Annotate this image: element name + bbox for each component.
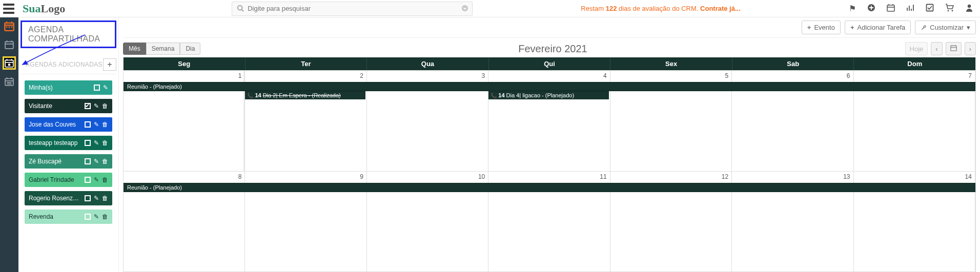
add-event-button[interactable]: +Evento [802, 20, 841, 34]
app-logo[interactable]: SuaLogo [23, 2, 65, 15]
hamburger-menu[interactable] [0, 0, 17, 17]
pencil-icon[interactable]: ✎ [94, 195, 99, 202]
rail-calendar-alt-icon[interactable] [4, 39, 15, 50]
calendar-controls: Mês Semana Dia Fevereiro 2021 Hoje ‹ › [123, 38, 976, 57]
calendar-week-1: 12📞14 Dia 2| Em Espera - (Realizada)34📞1… [124, 70, 975, 171]
svg-rect-12 [927, 4, 933, 11]
user-icon[interactable] [966, 4, 973, 14]
add-agenda-button[interactable]: + [103, 58, 116, 71]
trial-link[interactable]: Contrate já... [700, 5, 741, 12]
agenda-checkbox[interactable] [85, 140, 91, 146]
view-month-button[interactable]: Mês [123, 43, 146, 55]
svg-point-14 [952, 10, 953, 11]
trash-icon[interactable]: 🗑 [102, 213, 108, 220]
datepicker-button[interactable] [946, 42, 962, 55]
trash-icon[interactable]: 🗑 [102, 195, 108, 202]
day-number: 5 [725, 72, 728, 79]
dow-cell: Sab [732, 57, 854, 70]
trial-days: 122 [606, 5, 617, 12]
trial-message: Restam 122 dias de avaliação do CRM. Con… [473, 5, 849, 12]
agenda-item[interactable]: Visitante✎🗑 [25, 99, 112, 113]
agenda-item[interactable]: Revenda✎🗑 [25, 210, 112, 224]
svg-point-13 [948, 10, 949, 11]
cart-icon[interactable] [945, 4, 954, 14]
view-switch: Mês Semana Dia [123, 43, 200, 55]
page-title: AGENDA COMPARTILHADA [21, 20, 116, 48]
agenda-checkbox[interactable] [85, 158, 91, 164]
pencil-icon[interactable]: ✎ [94, 121, 99, 128]
view-day-button[interactable]: Dia [180, 43, 200, 55]
pencil-icon[interactable]: ✎ [94, 158, 99, 165]
svg-rect-4 [887, 5, 894, 11]
phone-icon: 📞 [491, 93, 497, 98]
trash-icon[interactable]: 🗑 [102, 102, 108, 110]
pencil-icon[interactable]: ✎ [103, 84, 108, 91]
agenda-item[interactable]: Minha(s)✎ [25, 80, 112, 95]
page-toolbar: +Evento +Adicionar Tarefa Customizar ▾ [123, 19, 976, 38]
svg-point-2 [462, 5, 468, 11]
next-button[interactable]: › [965, 42, 976, 55]
agenda-item[interactable]: testeapp testeapp✎🗑 [25, 136, 112, 150]
calendar-nav: Hoje ‹ › [905, 42, 976, 55]
day-number: 7 [968, 72, 972, 79]
allweek-event-2[interactable]: Reunião - (Planejado) [124, 183, 975, 192]
customize-button[interactable]: Customizar ▾ [915, 20, 976, 34]
calendar-title: Fevereiro 2021 [518, 43, 587, 55]
add-task-label: Adicionar Tarefa [858, 24, 906, 31]
left-rail [0, 17, 18, 272]
pencil-icon[interactable]: ✎ [94, 176, 99, 183]
day-number: 14 [965, 173, 972, 180]
trash-icon[interactable]: 🗑 [102, 139, 108, 147]
agenda-item[interactable]: Rogerio Rosenzveig✎🗑 [25, 191, 112, 205]
agenda-checkbox[interactable] [85, 214, 91, 220]
rail-calendar-list-icon[interactable] [4, 76, 15, 87]
header-icons: ⚑ [849, 4, 976, 14]
trash-icon[interactable]: 🗑 [102, 176, 108, 183]
dow-cell: Ter [246, 57, 368, 70]
pencil-icon[interactable]: ✎ [94, 213, 99, 220]
day-number: 4 [603, 72, 607, 79]
dow-cell: Qui [489, 57, 611, 70]
agenda-item[interactable]: Zé Buscapé✎🗑 [25, 154, 112, 169]
prev-button[interactable]: ‹ [931, 42, 942, 55]
day-number: 2 [360, 72, 363, 79]
agenda-label: Zé Buscapé [29, 158, 62, 165]
calendar-header-row: SegTerQuaQuiSexSabDom [124, 57, 975, 70]
clear-icon[interactable] [461, 5, 468, 13]
calendar-grid: SegTerQuaQuiSexSabDom 12📞14 Dia 2| Em Es… [123, 57, 976, 272]
agenda-item[interactable]: Jose das Couves✎🗑 [25, 117, 112, 132]
trial-prefix: Restam [581, 5, 605, 12]
add-task-button[interactable]: +Adicionar Tarefa [845, 20, 911, 34]
day-number: 8 [238, 173, 242, 180]
flag-icon[interactable]: ⚑ [849, 4, 856, 13]
agenda-checkbox[interactable] [85, 103, 91, 109]
plus-circle-icon[interactable] [867, 4, 875, 14]
pencil-icon[interactable]: ✎ [94, 139, 99, 147]
trial-mid: dias de avaliação do CRM. [617, 5, 700, 12]
agenda-checkbox[interactable] [85, 177, 91, 183]
svg-point-0 [238, 5, 242, 10]
view-week-button[interactable]: Semana [146, 43, 180, 55]
agenda-checkbox[interactable] [85, 121, 91, 128]
search-input[interactable] [232, 2, 473, 16]
agenda-checkbox[interactable] [85, 195, 91, 201]
trash-icon[interactable]: 🗑 [102, 158, 108, 165]
agenda-checkbox[interactable] [94, 85, 100, 91]
chart-icon[interactable] [906, 4, 914, 14]
rail-calendar-shared-icon[interactable] [4, 57, 15, 69]
checkbox-icon[interactable] [926, 4, 934, 14]
trash-icon[interactable]: 🗑 [102, 121, 108, 128]
day-event-qui[interactable]: 📞14 Dia 4| ligacao - (Planejado) [488, 91, 608, 99]
add-event-label: Evento [814, 24, 834, 31]
pencil-icon[interactable]: ✎ [94, 102, 99, 110]
rail-calendar-main-icon[interactable] [4, 20, 15, 32]
svg-point-29 [8, 64, 10, 66]
allweek-event[interactable]: Reunião - (Planejado) [124, 82, 975, 91]
svg-rect-18 [6, 27, 8, 28]
agenda-list: Minha(s)✎Visitante✎🗑Jose das Couves✎🗑tes… [21, 74, 116, 230]
today-button[interactable]: Hoje [905, 42, 928, 55]
day-number: 11 [600, 173, 606, 180]
calendar-icon[interactable] [887, 4, 895, 14]
agenda-item[interactable]: Gabriel Trindade✎🗑 [25, 173, 112, 187]
day-event-ter[interactable]: 📞14 Dia 2| Em Espera - (Realizada) [245, 91, 365, 99]
